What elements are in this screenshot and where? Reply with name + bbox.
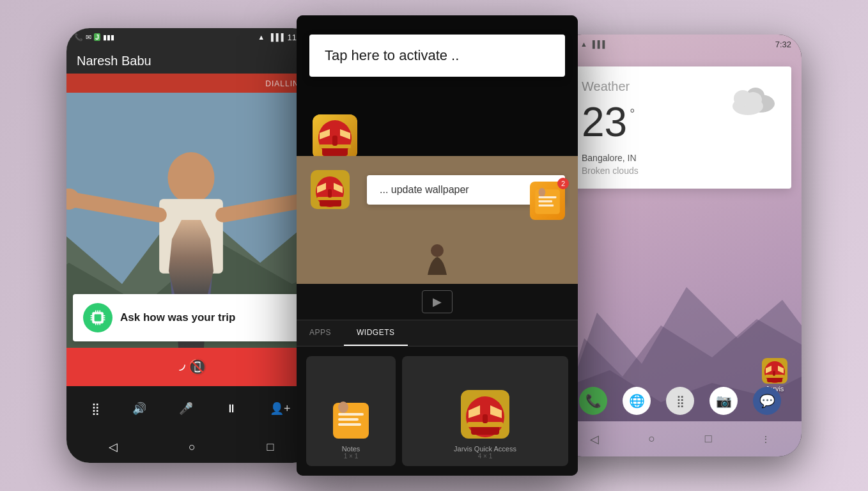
iron-man-icon-1 [309, 111, 360, 162]
phone-2: Tap here to activate .. [297, 15, 578, 476]
svg-point-3 [167, 152, 214, 203]
weather-card: Weather 23 ° [569, 66, 791, 189]
notification-text: Ask how was your trip [120, 311, 235, 324]
update-card-text: ... update wallpaper [380, 184, 469, 195]
svg-rect-44 [338, 413, 364, 416]
contact-header: Naresh Babu [66, 46, 316, 74]
svg-rect-41 [539, 191, 545, 196]
widget-notes-size: 1 × 1 [344, 453, 359, 460]
nav-bar-3: ◁ ○ □ ⋮ [559, 421, 802, 456]
svg-rect-12 [95, 315, 102, 322]
widget-jarvis[interactable]: Jarvis Quick Access 4 × 1 [402, 356, 568, 466]
call-end-bar: 📵 [66, 348, 316, 386]
phone-1: 📞 ✉ J ▮▮▮ ▲ ▐▐▐ 11:43 Naresh Babu DIALLI… [66, 28, 316, 463]
status-icons-1: 📞 ✉ J ▮▮▮ [74, 33, 114, 42]
degree-symbol: ° [630, 107, 635, 121]
recents-button-1[interactable]: □ [267, 440, 274, 454]
camera-dock-icon[interactable]: 📷 [709, 387, 738, 415]
tap-card-text: Tap here to activate .. [325, 47, 459, 63]
phone-icon: 📞 [74, 33, 83, 42]
notes-widget: 2 [530, 182, 565, 220]
home-button-3[interactable]: ○ [648, 432, 655, 446]
chrome-dock-icon[interactable]: 🌐 [623, 387, 651, 415]
middle-section: ... update wallpaper 2 [297, 156, 578, 284]
svg-rect-35 [328, 189, 332, 198]
battery-icon: ▮▮▮ [103, 33, 114, 42]
status-bar-1: 📞 ✉ J ▮▮▮ ▲ ▐▐▐ 11:43 [66, 28, 316, 46]
svg-rect-46 [338, 423, 361, 426]
svg-rect-30 [332, 136, 337, 146]
mic-button[interactable]: 🎤 [179, 401, 193, 416]
svg-rect-4 [159, 199, 223, 273]
home-button-1[interactable]: ○ [189, 440, 196, 454]
widget-jarvis-label: Jarvis Quick Access [454, 445, 516, 453]
contact-photo: Ask how was your trip [66, 93, 316, 348]
svg-rect-28 [322, 147, 348, 156]
notification-card[interactable]: Ask how was your trip [73, 294, 309, 341]
weather-location: Bangalore, IN [582, 153, 779, 163]
svg-rect-37 [539, 196, 557, 198]
pause-button[interactable]: ⏸ [226, 402, 237, 416]
svg-rect-67 [773, 371, 775, 376]
figure-icon [424, 243, 450, 277]
svg-rect-48 [339, 404, 347, 412]
temperature-value: 23 [582, 102, 627, 143]
tab-apps[interactable]: APPS [297, 320, 344, 346]
status-bar-3: 🔔 ▲ ▐▐▐ 7:32 [559, 35, 802, 54]
contact-name: Naresh Babu [77, 54, 306, 68]
chip-icon: J [94, 33, 100, 41]
dock-row: 📞 🌐 ⣿ 📷 💬 [559, 380, 802, 421]
play-icon-area: ▶ [297, 284, 578, 320]
widget-notes-label: Notes [342, 445, 360, 453]
phone-3: 🔔 ▲ ▐▐▐ 7:32 Weather [559, 35, 802, 456]
widgets-grid: Notes 1 × 1 [297, 347, 578, 476]
apps-dock-icon[interactable]: ⣿ [666, 387, 694, 415]
call-end-button[interactable]: 📵 [175, 351, 207, 383]
iron-man-icon-2 [309, 169, 351, 210]
nav-bar-1: ◁ ○ □ [66, 431, 316, 463]
play-store-icon[interactable]: ▶ [422, 290, 453, 313]
keypad-button[interactable]: ⣿ [91, 401, 100, 416]
menu-button-3[interactable]: ⋮ [761, 434, 770, 444]
wifi-icon-1: ▲ [258, 33, 265, 41]
tabs-row: APPS WIDGETS [297, 320, 578, 347]
svg-rect-53 [483, 414, 488, 423]
signal-icon-3: ▐▐▐ [590, 40, 605, 48]
widget-jarvis-size: 4 × 1 [478, 453, 493, 460]
back-button-3[interactable]: ◁ [590, 432, 599, 446]
recents-button-3[interactable]: □ [705, 432, 712, 446]
call-controls: ⣿ 🔊 🎤 ⏸ 👤+ [66, 386, 316, 431]
phone-dock-icon[interactable]: 📞 [579, 387, 607, 415]
notes-badge: 2 [557, 178, 569, 189]
svg-rect-33 [320, 199, 341, 207]
screens-container: 📞 ✉ J ▮▮▮ ▲ ▐▐▐ 11:43 Naresh Babu DIALLI… [66, 15, 802, 476]
svg-rect-39 [539, 205, 554, 207]
bottom-section: ▶ APPS WIDGETS [297, 284, 578, 476]
svg-rect-51 [471, 426, 499, 435]
add-contact-button[interactable]: 👤+ [270, 401, 291, 416]
svg-rect-45 [338, 418, 359, 421]
wifi-icon-3: ▲ [580, 40, 587, 48]
notes-icon-badge: 2 [530, 182, 565, 220]
tap-section: Tap here to activate .. [297, 15, 578, 156]
speaker-button[interactable]: 🔊 [132, 401, 146, 416]
messenger-dock-icon[interactable]: 💬 [753, 387, 781, 415]
weather-cloud-icon [727, 79, 779, 125]
svg-point-62 [744, 92, 762, 107]
tap-card[interactable]: Tap here to activate .. [309, 35, 565, 77]
time-display-3: 7:32 [775, 40, 791, 49]
svg-rect-38 [539, 200, 553, 202]
chip-svg-icon [89, 309, 106, 326]
end-call-icon [175, 355, 188, 378]
back-button-1[interactable]: ◁ [109, 440, 118, 454]
signal-icon-1: ▐▐▐ [268, 33, 283, 41]
weather-description: Broken clouds [582, 166, 779, 176]
dialling-bar: DIALLING [66, 74, 316, 93]
email-icon: ✉ [86, 33, 91, 42]
svg-point-42 [431, 244, 444, 257]
tab-widgets[interactable]: WIDGETS [344, 320, 408, 346]
notification-icon [83, 303, 112, 332]
widget-notes[interactable]: Notes 1 × 1 [306, 356, 396, 466]
